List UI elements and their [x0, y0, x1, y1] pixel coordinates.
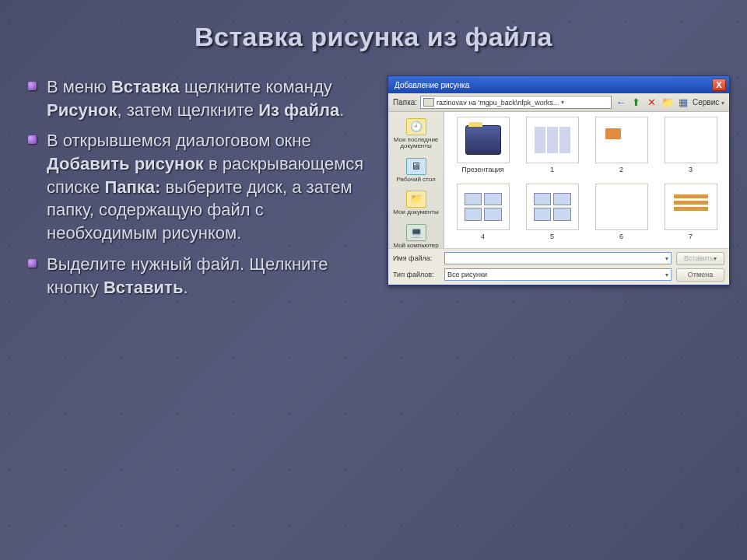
- sidebar-item-desktop[interactable]: 🖥Рабочий стол: [388, 155, 444, 187]
- file-item[interactable]: 5: [521, 184, 583, 246]
- thumbnail-icon: [665, 117, 717, 163]
- sidebar-item-mydocs[interactable]: 📁Мои документы: [388, 187, 444, 220]
- back-icon[interactable]: ←: [615, 96, 627, 109]
- text: щелкните команду: [180, 77, 332, 96]
- slide-title: Вставка рисунка из файла: [0, 0, 747, 52]
- sidebar-item-label: Рабочий стол: [396, 177, 435, 183]
- bold: Добавить рисунок: [47, 154, 204, 173]
- dialog-toolbar: Папка: razinovav на 'mgpu_back\nfpk_work…: [388, 93, 729, 112]
- file-item[interactable]: 4: [452, 184, 514, 246]
- bullet-list: В меню Вставка щелкните команду Рисунок,…: [23, 75, 374, 306]
- file-label: 5: [550, 233, 554, 240]
- thumbnail-icon: [462, 191, 504, 223]
- thumbnail-icon: [531, 124, 573, 156]
- file-item[interactable]: Презентация: [452, 117, 514, 179]
- sidebar-item-recent[interactable]: 🕘Мои последние документы: [388, 115, 444, 155]
- folder-path-text: razinovav на 'mgpu_back\nfpk_works...: [437, 99, 559, 107]
- text: В открывшемся диалоговом окне: [47, 131, 311, 150]
- chevron-down-icon: ▾: [665, 271, 668, 278]
- text: .: [339, 100, 344, 120]
- filetype-select[interactable]: Все рисунки▾: [444, 268, 672, 281]
- filename-input[interactable]: ▾: [444, 252, 672, 264]
- folder-label: Папка:: [393, 98, 417, 107]
- file-grid[interactable]: Презентация 1 2 3 4 5 6 7: [444, 112, 729, 248]
- clock-icon: 🕘: [406, 118, 426, 135]
- file-label: 4: [481, 233, 485, 240]
- file-label: 3: [689, 166, 693, 173]
- folder-path-combo[interactable]: razinovav на 'mgpu_back\nfpk_works... ▾: [420, 96, 612, 109]
- insert-picture-dialog: Добавление рисунка X Папка: razinovav на…: [388, 75, 730, 285]
- sidebar-item-label: Мои документы: [393, 209, 438, 215]
- sidebar-item-label: Мои последние документы: [390, 137, 442, 150]
- bullet-2: В открывшемся диалоговом окне Добавить р…: [23, 129, 374, 244]
- folder-icon: [465, 125, 501, 155]
- close-icon: X: [716, 80, 721, 89]
- bullet-1: В меню Вставка щелкните команду Рисунок,…: [23, 75, 374, 121]
- dialog-body: 🕘Мои последние документы 🖥Рабочий стол 📁…: [388, 112, 729, 248]
- dialog-bottom: Имя файла: ▾ Вставить ▾ Тип файлов: Все …: [388, 248, 729, 285]
- thumbnail-icon: [601, 124, 643, 156]
- delete-icon[interactable]: ✕: [646, 96, 658, 109]
- insert-button[interactable]: Вставить ▾: [676, 252, 724, 265]
- sidebar-item-label: Мой компьютер: [393, 243, 438, 248]
- thumbnail-icon: [531, 191, 573, 223]
- close-button[interactable]: X: [712, 79, 726, 91]
- file-label: 2: [619, 166, 623, 173]
- chevron-down-icon: ▾: [561, 99, 564, 106]
- thumbnail-icon: [595, 184, 648, 230]
- chevron-down-icon: ▾: [665, 255, 668, 262]
- filetype-value: Все рисунки: [447, 271, 487, 278]
- dialog-title: Добавление рисунка: [395, 81, 469, 89]
- computer-icon: 💻: [406, 224, 426, 241]
- tools-menu[interactable]: Сервис ▾: [693, 98, 724, 107]
- file-label: 6: [619, 233, 623, 240]
- text: В меню: [47, 77, 111, 96]
- file-item[interactable]: 6: [591, 184, 652, 246]
- thumbnail-icon: [670, 191, 712, 223]
- file-label: Презентация: [461, 166, 503, 173]
- dialog-titlebar[interactable]: Добавление рисунка X: [388, 76, 729, 93]
- text: .: [183, 278, 188, 297]
- bold: Вставить: [103, 278, 183, 297]
- file-item[interactable]: 2: [591, 117, 652, 179]
- filename-label: Имя файла:: [393, 254, 440, 262]
- new-folder-icon[interactable]: 📁: [661, 96, 674, 109]
- text: , затем щелкните: [117, 100, 258, 120]
- up-icon[interactable]: ⬆: [630, 96, 643, 109]
- filetype-label: Тип файлов:: [393, 271, 440, 278]
- folder-icon: 📁: [406, 191, 426, 208]
- sidebar-item-mycomputer[interactable]: 💻Мой компьютер: [388, 221, 444, 248]
- file-label: 7: [689, 233, 693, 240]
- drive-icon: [423, 98, 434, 107]
- bold: Рисунок: [47, 100, 117, 120]
- file-item[interactable]: 3: [660, 117, 721, 179]
- desktop-icon: 🖥: [406, 158, 426, 175]
- file-item[interactable]: 1: [521, 117, 583, 179]
- file-label: 1: [550, 166, 554, 173]
- bullet-3: Выделите нужный файл. Щелкните кнопку Вс…: [23, 253, 374, 299]
- file-item[interactable]: 7: [660, 184, 721, 246]
- bold: Папка:: [104, 177, 160, 197]
- content-row: В меню Вставка щелкните команду Рисунок,…: [0, 52, 747, 306]
- views-icon[interactable]: ▦: [677, 96, 689, 109]
- bold: Вставка: [111, 77, 180, 96]
- bold: Из файла: [258, 100, 339, 120]
- cancel-button[interactable]: Отмена: [676, 268, 724, 282]
- places-sidebar: 🕘Мои последние документы 🖥Рабочий стол 📁…: [388, 112, 444, 248]
